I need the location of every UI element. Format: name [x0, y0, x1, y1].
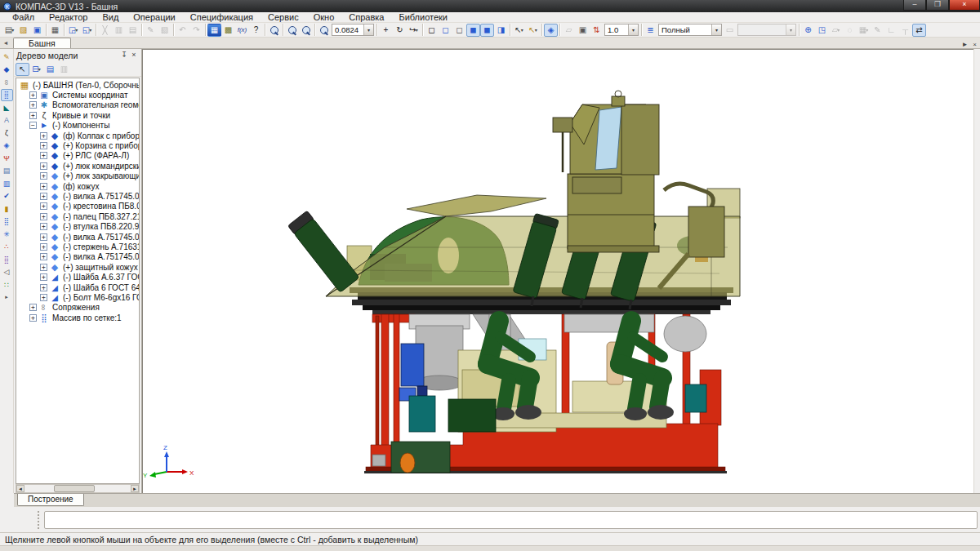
- part-icon[interactable]: ◆: [1, 64, 13, 76]
- array-green-icon[interactable]: ∷: [1, 278, 13, 291]
- points-array-icon[interactable]: ⣿: [1, 216, 13, 228]
- tree-item-22[interactable]: +Сопряжения: [16, 303, 139, 313]
- measure-icon[interactable]: Ψ: [1, 152, 13, 164]
- wireframe-icon[interactable]: ◻: [425, 24, 439, 37]
- tree-item-6[interactable]: +(+) Корзина с приборами: [16, 140, 139, 150]
- maximize-button[interactable]: ❐: [926, 0, 949, 11]
- mates-icon[interactable]: ∞: [1, 76, 13, 88]
- current-scale-combo-arrow-icon[interactable]: ▾: [363, 24, 373, 35]
- tree-expander-icon[interactable]: +: [29, 314, 37, 322]
- tree-item-19[interactable]: +(-) Шайба А.6.37 ГОСТ 11371-: [16, 272, 139, 282]
- tree-expander-icon[interactable]: +: [29, 101, 37, 109]
- menu-item-0[interactable]: Файл: [5, 12, 42, 23]
- composition-report-icon[interactable]: ▤: [43, 63, 57, 76]
- refresh-image-icon[interactable]: ▣: [576, 24, 590, 37]
- tree-expander-icon[interactable]: +: [40, 243, 47, 251]
- open-document-icon[interactable]: ▨: [16, 24, 30, 37]
- display-mode-combo-arrow-icon[interactable]: ▾: [711, 24, 721, 35]
- surface-icon[interactable]: ◈: [1, 140, 13, 152]
- rebuild-icon[interactable]: ⇅: [590, 24, 604, 37]
- object-help-icon[interactable]: ?: [249, 24, 263, 37]
- array-grid-icon[interactable]: ⣿: [1, 89, 13, 101]
- check-icon[interactable]: ✔: [1, 190, 13, 202]
- construction-geometry-icon[interactable]: ◳: [815, 24, 829, 37]
- aux-axis-icon[interactable]: ◣: [1, 101, 13, 113]
- bottom-tab-active[interactable]: Построение: [17, 494, 84, 506]
- snap-toggle-icon[interactable]: ⇄: [912, 24, 926, 37]
- fly-around-icon[interactable]: ↪▾: [407, 24, 421, 37]
- selection-filter-icon[interactable]: ↖▾: [512, 24, 526, 37]
- tree-item-21[interactable]: +(-) Болт М6-6gх16 ГОСТ 7805-: [16, 292, 139, 302]
- hidden-lines-removed-icon[interactable]: ◻: [439, 24, 452, 37]
- menu-item-3[interactable]: Операции: [126, 12, 182, 23]
- zoom-window-icon[interactable]: [267, 24, 281, 37]
- menu-item-1[interactable]: Редактор: [42, 12, 95, 23]
- save-icon[interactable]: ▣: [30, 24, 44, 37]
- tree-expander-icon[interactable]: +: [40, 152, 47, 159]
- tree-expander-icon[interactable]: +: [40, 132, 47, 140]
- strip-expander-icon[interactable]: ▸: [5, 294, 8, 300]
- tree-item-7[interactable]: +(+) РЛС (ФАРА-Л): [16, 151, 139, 161]
- tab-close-icon[interactable]: ×: [973, 41, 977, 48]
- tree-item-5[interactable]: +(ф) Колпак с приборами: [16, 131, 139, 140]
- shaded-with-edges-icon[interactable]: ◼: [480, 24, 494, 37]
- fx-icon[interactable]: f(x): [235, 24, 249, 37]
- tree-expander-icon[interactable]: +: [40, 193, 47, 200]
- print-icon[interactable]: ▦: [48, 24, 62, 37]
- menu-item-7[interactable]: Справка: [341, 12, 391, 23]
- edit-part-icon[interactable]: ✎: [1, 51, 13, 63]
- tree-expander-icon[interactable]: +: [40, 284, 47, 291]
- annotation-icon[interactable]: A: [1, 114, 13, 127]
- model-3d-view[interactable]: X Y Z: [143, 50, 974, 494]
- shaded-icon[interactable]: ◼: [466, 24, 480, 37]
- tree-expander-icon[interactable]: +: [40, 162, 47, 170]
- menu-item-8[interactable]: Библиотеки: [391, 12, 455, 23]
- perspective-icon[interactable]: ◈: [544, 24, 558, 37]
- zoom-in-icon[interactable]: [285, 24, 299, 37]
- tree-item-14[interactable]: +(-) втулка ПБ8.220.988 (х4): [16, 221, 139, 231]
- sheet-icon[interactable]: ▥: [1, 177, 13, 189]
- zoom-area-icon[interactable]: [317, 24, 331, 37]
- tree-expander-icon[interactable]: +: [40, 264, 47, 271]
- halftone-icon[interactable]: ◨: [494, 24, 508, 37]
- tree-item-17[interactable]: +(-) вилка А.751745.004: [16, 252, 139, 262]
- current-scale-combo[interactable]: 0.0824▾: [332, 24, 374, 36]
- tree-horizontal-scrollbar[interactable]: ◄ ►: [16, 484, 140, 493]
- tree-item-3[interactable]: +Кривые и точки: [16, 110, 139, 120]
- tree-item-2[interactable]: +Вспомогательная геометрия: [16, 100, 139, 110]
- tree-item-8[interactable]: +(+) люк командирский: [16, 161, 139, 171]
- pointer-mode-icon[interactable]: ↖: [16, 63, 29, 76]
- tree-structure-icon[interactable]: ⊟▾: [29, 63, 43, 76]
- tree-expander-icon[interactable]: +: [40, 253, 47, 260]
- tree-item-4[interactable]: −(-) Компоненты: [16, 121, 139, 131]
- pointer-filter-icon[interactable]: ↖▾: [526, 24, 540, 37]
- tree-item-16[interactable]: +(-) стержень А.716311.014 (х2): [16, 242, 139, 251]
- curve-points-icon[interactable]: ∴: [1, 241, 13, 253]
- document-tab-active[interactable]: Башня: [13, 38, 71, 48]
- accuracy-combo-arrow-icon[interactable]: ▾: [628, 24, 638, 35]
- property-bar-handle[interactable]: [38, 511, 41, 529]
- tree-item-23[interactable]: +Массив по сетке:1: [16, 313, 139, 322]
- tab-scroll-left-icon[interactable]: ◄: [0, 38, 11, 48]
- report-icon[interactable]: ▤: [1, 165, 13, 177]
- tree-expander-icon[interactable]: +: [40, 233, 47, 241]
- title-bar[interactable]: K КОМПАС-3D V13 - Башня – ❐ ×: [0, 0, 980, 12]
- scroll-right-icon[interactable]: ►: [131, 485, 139, 492]
- new-document-icon[interactable]: ▤▾: [2, 24, 16, 37]
- menu-item-5[interactable]: Сервис: [261, 12, 306, 23]
- display-quality-icon[interactable]: ≣: [644, 24, 657, 37]
- variables-icon[interactable]: ▦: [207, 24, 221, 37]
- tree-expander-icon[interactable]: −: [29, 122, 37, 129]
- tree-expander-icon[interactable]: +: [40, 273, 47, 281]
- tab-scroll-right-icon[interactable]: ►: [961, 41, 968, 48]
- pin-icon[interactable]: ↧: [119, 51, 129, 60]
- grid-purple-icon[interactable]: ⣿: [1, 253, 13, 265]
- hidden-lines-thin-icon[interactable]: ◻: [452, 24, 466, 37]
- tree-item-11[interactable]: +(-) вилка А.751745.003: [16, 191, 139, 201]
- print-preview-icon[interactable]: ◲▾: [66, 24, 80, 37]
- rotate-icon[interactable]: ↻: [393, 24, 407, 37]
- pan-icon[interactable]: +: [379, 24, 393, 37]
- tree-expander-icon[interactable]: +: [40, 202, 47, 210]
- tree-item-15[interactable]: +(-) вилка А.751745.006: [16, 232, 139, 242]
- minimize-button[interactable]: –: [903, 0, 926, 11]
